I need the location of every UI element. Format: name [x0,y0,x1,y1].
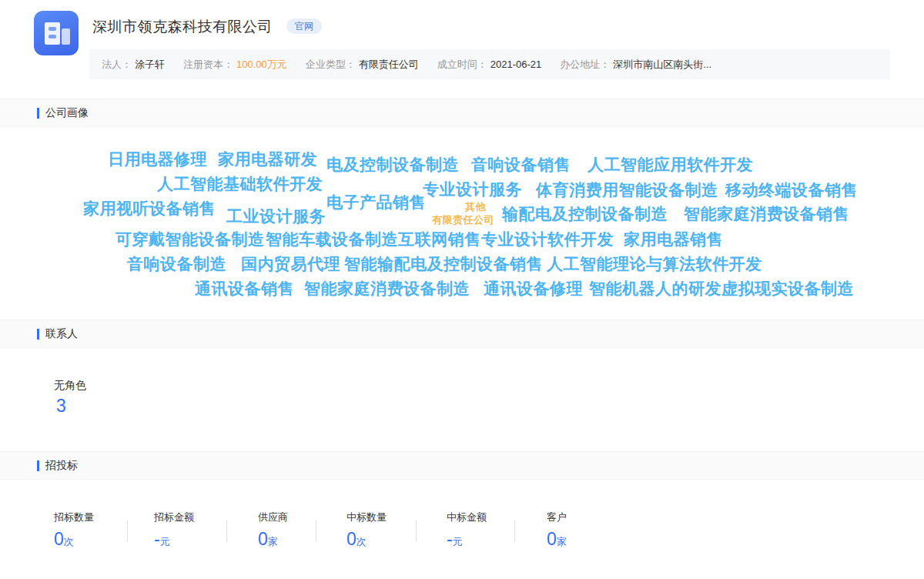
section-title: 联系人 [45,327,78,341]
stat-suppliers: 供应商 0家 [258,510,350,550]
cloud-word: 专业设计软件开发 [481,231,614,247]
contact-count: 3 [56,396,86,417]
cloud-word: 音响设备销售 [471,156,571,172]
cloud-word: 人工智能应用软件开发 [588,156,753,172]
cloud-word: 智能机器人的研发 [589,280,721,296]
stat-win-count: 中标数量 0次 [346,510,439,550]
cloud-word: 家用视听设备销售 [83,200,216,216]
cloud-word: 通讯设备修理 [484,280,583,296]
cloud-word: 移动终端设备销售 [725,182,858,198]
contact-role-label: 无角色 [54,379,86,393]
stat-bid-amount: 招标金额 -元 [154,510,246,550]
stat-divider [416,520,417,542]
cloud-word: 有限责任公司 [432,215,494,225]
cloud-word: 家用电器研发 [218,151,317,167]
section-accent-bar [37,108,39,119]
company-portrait-word-cloud: 日用电器修理家用电器研发电及控制设备制造音响设备销售人工智能应用软件开发人工智能… [0,127,924,316]
stat-bid-count: 招标数量 0次 [54,510,146,550]
info-company-type: 企业类型：有限责任公司 [306,58,419,72]
cloud-word: 通讯设备销售 [195,280,294,296]
cloud-word: 工业设计服务 [226,208,326,224]
cloud-word: 人工智能基础软件开发 [157,176,323,192]
cloud-word: 智能家庭消费设备制造 [304,280,470,296]
stat-win-amount: 中标金额 -元 [447,510,539,550]
stat-divider [226,520,227,542]
cloud-word: 智能家庭消费设备销售 [684,206,849,222]
company-name: 深圳市领克森科技有限公司 [92,17,273,37]
info-office-address: 办公地址：深圳市南山区南头街... [560,58,711,72]
section-header-contacts: 联系人 [0,320,924,348]
cloud-word: 互联网销售 [398,231,481,247]
cloud-word: 国内贸易代理 [241,256,340,272]
cloud-word: 电及控制设备制造 [326,156,459,172]
section-header-portrait: 公司画像 [0,99,924,127]
company-logo [34,11,79,55]
stat-customers: 客户 0家 [547,510,639,550]
section-accent-bar [37,329,39,340]
info-registered-capital: 注册资本：100.00万元 [183,58,287,72]
stat-divider [316,520,316,542]
stat-divider [514,520,515,542]
cloud-word: 可穿戴智能设备制造 [116,231,265,247]
cloud-word: 日用电器修理 [108,151,207,167]
cloud-word: 音响设备制造 [127,256,226,272]
stat-divider [127,520,128,542]
cloud-word: 家用电器销售 [624,231,723,247]
official-site-badge[interactable]: 官网 [286,18,322,34]
building-icon-small [62,28,70,45]
info-legal-person: 法人：涂子轩 [102,58,165,72]
cloud-word: 其他 [465,202,486,212]
section-title: 公司画像 [45,106,89,120]
cloud-word: 智能输配电及控制设备销售 [344,256,543,272]
section-accent-bar [37,460,39,471]
section-title: 招投标 [45,459,78,473]
cloud-word: 体育消费用智能设备制造 [536,182,718,198]
cloud-word: 智能车载设备制造 [266,231,398,247]
building-icon [45,22,60,45]
cloud-word: 专业设计服务 [423,181,522,197]
company-info-bar: 法人：涂子轩 注册资本：100.00万元 企业类型：有限责任公司 成立时间：20… [89,49,890,79]
cloud-word: 虚拟现实设备制造 [721,280,854,296]
cloud-word: 人工智能理论与算法软件开发 [547,256,762,272]
cloud-word: 电子产品销售 [326,194,426,210]
section-header-bidding: 招投标 [0,451,924,480]
info-founded-date: 成立时间：2021-06-21 [437,58,542,72]
cloud-word: 输配电及控制设备制造 [502,206,668,222]
contact-stat-no-role: 无角色 3 [54,379,86,417]
